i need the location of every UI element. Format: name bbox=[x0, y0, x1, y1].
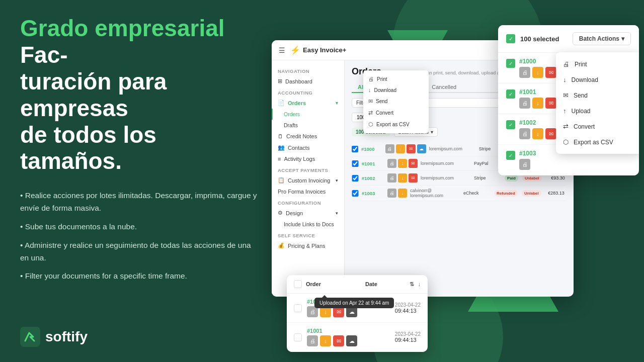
row-checkbox-1002[interactable] bbox=[352, 175, 359, 182]
bottom-card-sort-icon[interactable]: ⇅ bbox=[410, 281, 414, 288]
bottom-card-order-num-1001[interactable]: #1001 bbox=[307, 328, 357, 334]
popup-batch-actions-button[interactable]: Batch Actions ▾ bbox=[573, 32, 631, 45]
dropdown-item-send[interactable]: ✉ Send bbox=[363, 96, 429, 107]
popup-send-1000[interactable]: ✉ bbox=[545, 67, 556, 78]
row-checkbox-1001[interactable] bbox=[352, 160, 359, 167]
popup-order-num-1003[interactable]: #1003 bbox=[519, 150, 536, 157]
popup-order-num-1000[interactable]: #1000 bbox=[519, 58, 556, 65]
sidebar-item-contacts[interactable]: 👥 Contacts bbox=[272, 142, 344, 153]
left-panel: Grado empresarial Fac-turación para empr… bbox=[20, 15, 262, 303]
bottom-card-checkbox-1001[interactable] bbox=[294, 333, 302, 341]
popup-checkbox-1000[interactable]: ✓ bbox=[506, 59, 515, 68]
download-icon-1000[interactable]: ↓ bbox=[396, 144, 405, 153]
sidebar-item-drafts[interactable]: Drafts bbox=[272, 120, 344, 131]
popup-select-all-checkbox[interactable]: ✓ bbox=[506, 34, 515, 43]
sidebar-item-orders[interactable]: 📄 Orders ▾ bbox=[272, 97, 344, 109]
print-icon-1003[interactable]: 🖨 bbox=[387, 189, 396, 198]
tab-cancelled[interactable]: Cancelled bbox=[426, 82, 462, 93]
download-icon-1002[interactable]: ↓ bbox=[398, 173, 407, 183]
bottom-card-checkbox-1000[interactable] bbox=[294, 304, 302, 312]
bottom-card-date-text-1000: 2023-04-22 bbox=[395, 302, 421, 308]
row-checkbox-1000[interactable] bbox=[352, 146, 358, 152]
sidebar-item-design[interactable]: ⚙ Design ▾ bbox=[272, 207, 344, 219]
download-icon-1003[interactable]: ↓ bbox=[398, 189, 407, 198]
popup-order-info-1003: #1003 🖨 bbox=[519, 150, 536, 170]
popup-checkbox-1002[interactable]: ✓ bbox=[506, 120, 515, 129]
download-dropdown-icon: ↓ bbox=[368, 87, 371, 93]
uploaded-tooltip: Uploaded on Apr 22 at 9:44 am bbox=[314, 298, 394, 308]
sidebar-item-custom-invoicing[interactable]: 📋 Custom Invoicing ▾ bbox=[272, 174, 344, 186]
status-1002: Paid bbox=[505, 175, 518, 182]
popup-print-icon: 🖨 bbox=[563, 60, 570, 68]
popup-download-icon: ↓ bbox=[563, 76, 567, 83]
cloud-icon-1000[interactable]: ☁ bbox=[417, 144, 426, 153]
sidebar-item-credit-notes[interactable]: 🗒 Credit Notes bbox=[272, 131, 344, 142]
popup-dropdown-upload[interactable]: ↑ Upload bbox=[556, 103, 639, 119]
popup-checkbox-1001[interactable]: ✓ bbox=[506, 89, 515, 99]
popup-print-1003[interactable]: 🖨 bbox=[519, 159, 530, 170]
sidebar-item-include-links[interactable]: Include Links to Docs bbox=[272, 219, 344, 230]
dropdown-item-export[interactable]: ⬡ Export as CSV bbox=[363, 119, 429, 130]
popup-order-num-1002[interactable]: #1002 bbox=[519, 119, 556, 126]
order-number-1002[interactable]: #1002 bbox=[362, 175, 384, 181]
popup-print-1002[interactable]: 🖨 bbox=[519, 128, 530, 139]
print-icon-1001[interactable]: 🖨 bbox=[387, 159, 396, 168]
action-icons-1002: 🖨 ↓ ✉ bbox=[387, 173, 418, 183]
sidebar-item-dashboard[interactable]: ⊞ Dashboard bbox=[272, 75, 344, 87]
order-number-1001[interactable]: #1001 bbox=[362, 161, 384, 166]
bc-send-1001[interactable]: ✉ bbox=[333, 335, 344, 346]
email-1001: loremipsum.com bbox=[421, 161, 471, 166]
send-icon-1002[interactable]: ✉ bbox=[409, 173, 418, 183]
order-number-1003[interactable]: #1003 bbox=[362, 191, 384, 196]
bc-download-1001[interactable]: ↓ bbox=[320, 335, 331, 346]
sidebar: Navigation ⊞ Dashboard Accounting 📄 Orde… bbox=[272, 60, 345, 297]
dropdown-item-print[interactable]: 🖨 Print bbox=[363, 73, 429, 84]
popup-export-icon: ⬡ bbox=[563, 138, 569, 146]
app-logo: ⚡ Easy Invoice+ bbox=[290, 45, 346, 55]
bc-cloud-1001[interactable]: ☁ bbox=[346, 335, 357, 346]
dashboard-icon: ⊞ bbox=[278, 78, 282, 84]
download-icon-1001[interactable]: ↓ bbox=[398, 159, 407, 168]
bottom-card-header: Order Date ⇅ ↓ bbox=[287, 275, 428, 294]
bullet-list: • Realice acciones por lotes ilimitadas.… bbox=[20, 190, 262, 283]
popup-download-1002[interactable]: ↓ bbox=[532, 128, 543, 139]
popup-order-num-1001[interactable]: #1001 bbox=[519, 88, 556, 96]
amount-1003: €283.13 bbox=[544, 191, 565, 196]
popup-print-1000[interactable]: 🖨 bbox=[519, 67, 530, 78]
hamburger-icon[interactable]: ☰ bbox=[279, 46, 285, 54]
payment-1003: eCheck bbox=[463, 191, 491, 196]
popup-dropdown-convert[interactable]: ⇄ Convert bbox=[556, 119, 639, 134]
bottom-card-select-all[interactable] bbox=[294, 280, 302, 288]
print-icon-1002[interactable]: 🖨 bbox=[387, 173, 396, 183]
sidebar-item-pricing[interactable]: 💰 Pricing & Plans bbox=[272, 240, 344, 251]
popup-dropdown-send[interactable]: ✉ Send bbox=[556, 87, 639, 103]
popup-send-1001[interactable]: ✉ bbox=[545, 98, 556, 109]
bottom-card-date-1000: 2023-04-22 09:44:13 bbox=[395, 302, 421, 314]
popup-dropdown: 🖨 Print ↓ Download ✉ Send ↑ Upload ⇄ Con… bbox=[556, 52, 639, 154]
order-number-1000[interactable]: #1000 bbox=[361, 146, 382, 152]
bottom-card-order-1001: #1001 🖨 ↓ ✉ ☁ bbox=[307, 328, 357, 346]
popup-print-1001[interactable]: 🖨 bbox=[519, 98, 530, 109]
bottom-card-filter-icon[interactable]: ↓ bbox=[418, 281, 421, 287]
orders-icon: 📄 bbox=[278, 100, 285, 106]
send-icon-1001[interactable]: ✉ bbox=[409, 159, 418, 168]
sidebar-item-orders-sub[interactable]: Orders bbox=[272, 109, 344, 120]
bc-print-1001[interactable]: 🖨 bbox=[307, 335, 318, 346]
send-icon-1000[interactable]: ✉ bbox=[407, 144, 416, 153]
sidebar-self-service-label: Self Service bbox=[272, 230, 344, 240]
payment-1002: Stripe bbox=[474, 175, 502, 180]
dropdown-item-download[interactable]: ↓ Download bbox=[363, 84, 429, 96]
sidebar-item-proforma[interactable]: Pro Forma Invoices bbox=[272, 186, 344, 197]
print-icon-1000[interactable]: 🖨 bbox=[385, 144, 394, 153]
popup-download-1000[interactable]: ↓ bbox=[532, 67, 543, 78]
dropdown-item-convert[interactable]: ⇄ Convert bbox=[363, 107, 429, 119]
popup-checkbox-1003[interactable]: ✓ bbox=[506, 151, 515, 160]
row-checkbox-1003[interactable] bbox=[352, 190, 359, 197]
invoicing-chevron: ▾ bbox=[336, 178, 338, 183]
sidebar-item-activity[interactable]: ≡ Activity Logs bbox=[272, 153, 344, 164]
popup-dropdown-print[interactable]: 🖨 Print bbox=[556, 56, 639, 72]
popup-dropdown-export[interactable]: ⬡ Export as CSV bbox=[556, 134, 639, 150]
popup-dropdown-download[interactable]: ↓ Download bbox=[556, 72, 639, 87]
popup-download-1001[interactable]: ↓ bbox=[532, 98, 543, 109]
popup-send-1002[interactable]: ✉ bbox=[545, 128, 556, 139]
